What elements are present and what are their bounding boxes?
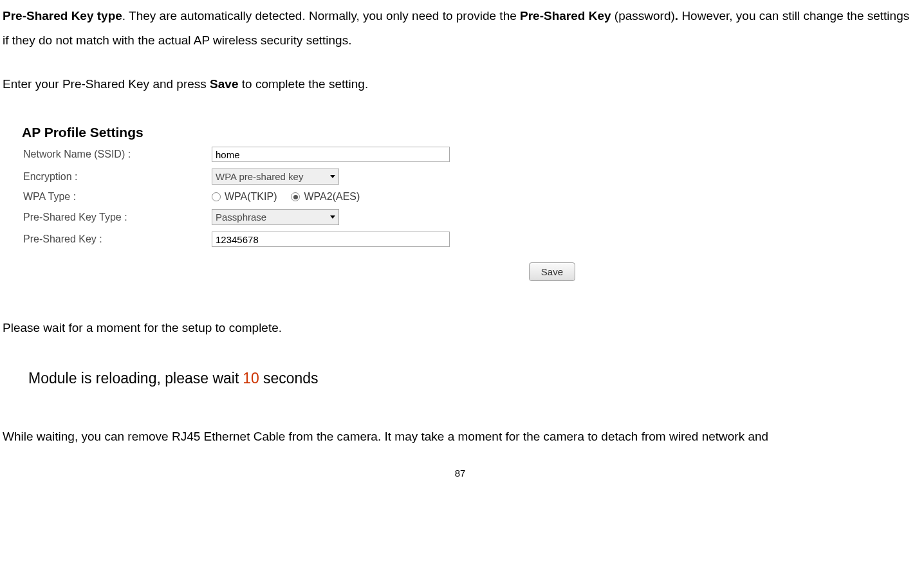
psk-type-select[interactable]: Passphrase — [212, 209, 339, 225]
encryption-select[interactable]: WPA pre-shared key — [212, 169, 339, 185]
psk-type-value: Passphrase — [216, 212, 266, 223]
wait-text: Please wait for a moment for the setup t… — [3, 317, 918, 339]
ssid-input[interactable] — [212, 147, 450, 162]
instr-text1: Enter your Pre-Shared Key and press — [3, 77, 210, 91]
chevron-down-icon — [330, 175, 335, 178]
wpa-option1-label: WPA(TKIP) — [225, 191, 277, 203]
wpa-type-row: WPA Type : WPA(TKIP) WPA2(AES) — [22, 191, 588, 203]
reload-suffix: seconds — [263, 370, 319, 387]
intro-text1: . They are automatically detected. Norma… — [122, 9, 520, 23]
psk-input[interactable] — [212, 232, 450, 247]
instr-text2: to complete the setting. — [242, 77, 368, 91]
panel-title: AP Profile Settings — [22, 125, 588, 140]
psk-row: Pre-Shared Key : — [22, 232, 588, 247]
wpa-option2-label: WPA2(AES) — [304, 191, 360, 203]
bold-period: . — [675, 9, 682, 23]
encryption-row: Encryption : WPA pre-shared key — [22, 169, 588, 185]
bold-psk: Pre-Shared Key — [520, 9, 614, 23]
radio-icon — [212, 192, 221, 201]
ssid-label: Network Name (SSID) : — [22, 149, 212, 160]
encryption-value: WPA pre-shared key — [216, 171, 303, 182]
reload-message: Module is reloading, please wait 10 seco… — [28, 370, 918, 387]
reload-prefix: Module is reloading, please wait — [28, 370, 239, 387]
encryption-label: Encryption : — [22, 171, 212, 183]
save-row: Save — [22, 262, 588, 281]
intro-text2: (password) — [614, 9, 675, 23]
instruction-paragraph: Enter your Pre-Shared Key and press Save… — [3, 73, 918, 95]
bold-save: Save — [210, 77, 242, 91]
radio-icon-selected — [291, 192, 300, 201]
psk-type-row: Pre-Shared Key Type : Passphrase — [22, 209, 588, 225]
wpa-tkip-radio[interactable]: WPA(TKIP) — [212, 191, 277, 203]
ap-profile-settings-panel: AP Profile Settings Network Name (SSID) … — [22, 125, 588, 281]
chevron-down-icon — [330, 215, 335, 219]
save-button[interactable]: Save — [529, 262, 575, 281]
psk-label: Pre-Shared Key : — [22, 233, 212, 245]
bold-psk-type: Pre-Shared Key type — [3, 9, 122, 23]
final-paragraph: While waiting, you can remove RJ45 Ether… — [3, 426, 918, 448]
intro-paragraph: Pre-Shared Key type. They are automatica… — [3, 4, 918, 53]
page-number: 87 — [3, 468, 918, 479]
reload-countdown: 10 — [243, 370, 259, 387]
wpa2-aes-radio[interactable]: WPA2(AES) — [291, 191, 360, 203]
wpa-type-radio-group: WPA(TKIP) WPA2(AES) — [212, 191, 360, 203]
ssid-row: Network Name (SSID) : — [22, 147, 588, 162]
wpa-type-label: WPA Type : — [22, 191, 212, 203]
psk-type-label: Pre-Shared Key Type : — [22, 212, 212, 223]
